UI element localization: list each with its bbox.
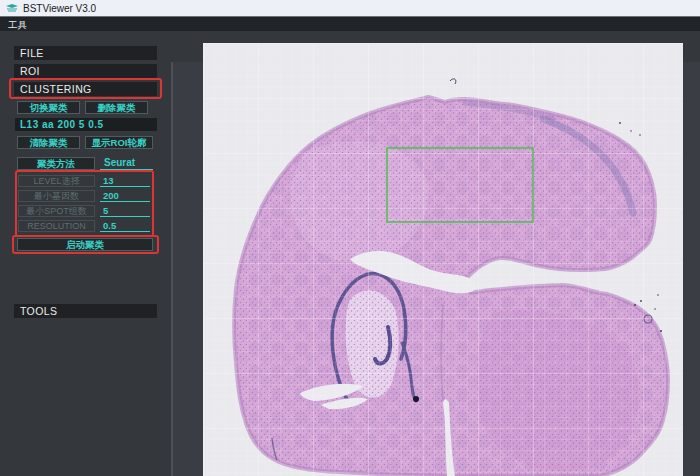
resolution-label: RESOLUTION <box>18 220 95 232</box>
histology-slide[interactable] <box>203 43 683 476</box>
menu-bar: 工具 <box>0 16 700 31</box>
window-title: BSTViewer V3.0 <box>23 3 96 14</box>
cluster-method-dropdown[interactable]: Seurat <box>100 157 153 170</box>
switch-cluster-button[interactable]: 切换聚类 <box>17 101 80 114</box>
section-file[interactable]: FILE <box>14 46 157 60</box>
show-roi-outline-button[interactable]: 显示ROI轮廓 <box>85 136 153 149</box>
bstviewer-window: BSTViewer V3.0 工具 FILE ROI CLUSTERING TO… <box>0 0 700 476</box>
level-select-input[interactable]: 13 <box>100 175 150 187</box>
delete-cluster-button[interactable]: 删除聚类 <box>85 101 148 114</box>
menu-tools[interactable]: 工具 <box>8 18 27 32</box>
start-cluster-button[interactable]: 启动聚类 <box>17 238 153 251</box>
title-bar: BSTViewer V3.0 <box>0 0 700 16</box>
brain-tissue-image <box>203 43 683 476</box>
min-spot-input[interactable]: 5 <box>100 205 150 217</box>
min-spot-label: 最小SPOT组数 <box>18 205 95 217</box>
level-select-label: LEVEL选择 <box>18 175 95 187</box>
cluster-preset-combobox[interactable]: L13 aa 200 5 0.5 <box>15 118 157 131</box>
clear-cluster-button[interactable]: 清除聚类 <box>17 136 80 149</box>
resolution-input[interactable]: 0.5 <box>100 220 150 232</box>
min-genes-label: 最小基因数 <box>18 190 95 202</box>
section-roi[interactable]: ROI <box>14 64 157 78</box>
app-icon <box>6 3 19 13</box>
section-tools[interactable]: TOOLS <box>14 304 157 318</box>
section-clustering[interactable]: CLUSTERING <box>14 82 157 96</box>
min-genes-input[interactable]: 200 <box>100 190 150 202</box>
cluster-method-label: 聚类方法 <box>17 157 95 170</box>
